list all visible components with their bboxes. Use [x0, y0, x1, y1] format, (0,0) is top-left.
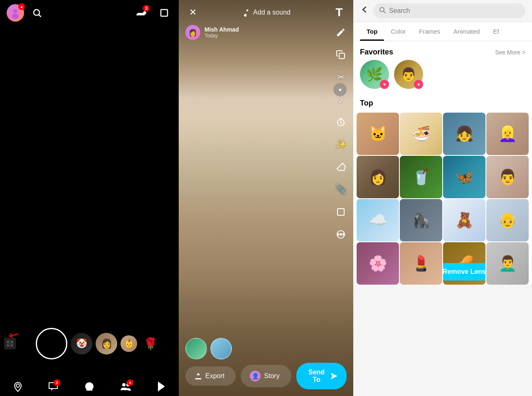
text-tool-button[interactable]: T	[332, 5, 347, 20]
send-to-label: Send To	[305, 369, 328, 384]
nav-spotlight[interactable]	[156, 381, 166, 392]
effect-woman2[interactable]: 👩	[357, 156, 399, 198]
capture-button[interactable]	[36, 328, 67, 359]
filter-thumbnail-woman[interactable]: 👩	[96, 333, 117, 354]
search-icon	[379, 7, 386, 15]
edit-icon[interactable]	[333, 25, 348, 40]
svg-rect-5	[161, 10, 167, 16]
clock-share-icon[interactable]	[333, 227, 348, 242]
svg-line-24	[384, 11, 385, 13]
svg-line-3	[39, 15, 41, 17]
effects-search-bar	[353, 0, 532, 22]
effect-man2[interactable]: 👴	[486, 199, 529, 241]
tab-animated[interactable]: Animated	[447, 22, 486, 41]
right-toolbar: ✂ ♪ ✨ 📎	[333, 25, 348, 242]
effect-butterflies[interactable]: 🦋	[443, 156, 485, 198]
tab-top[interactable]: Top	[360, 22, 384, 41]
effect-girl-cat[interactable]: 👧	[443, 113, 485, 155]
nav-chat[interactable]: 3	[48, 381, 59, 392]
send-to-button[interactable]: Send To	[296, 363, 347, 389]
story-button[interactable]: 👤 Story	[241, 365, 291, 387]
nav-location[interactable]	[12, 381, 23, 392]
svg-rect-9	[12, 341, 12, 342]
effect-man1[interactable]: 👨	[486, 156, 529, 198]
erase-icon[interactable]	[333, 160, 348, 175]
svg-point-11	[16, 384, 20, 387]
effects-grid: 🐱 🍜 👧 👱‍♀️ 👩 🥤 🦋 👨 ☁️ 🦍 🧸 👴 🌸 💄 🥜 Remove…	[353, 113, 532, 285]
effect-woman1[interactable]: 👱‍♀️	[486, 113, 529, 155]
remove-lens-button[interactable]: Remove Lens	[443, 263, 485, 280]
filter-thumbnail-clown[interactable]: 🤡	[71, 333, 92, 354]
avatar-badge: ●	[18, 3, 25, 10]
effect-nuts[interactable]: 🥜 Remove Lens	[443, 242, 485, 285]
timer-icon[interactable]	[333, 115, 348, 130]
nav-snap[interactable]	[83, 380, 96, 393]
svg-rect-7	[7, 341, 8, 342]
mid-bottom: Export 👤 Story Send To	[179, 356, 353, 396]
paperclip-icon[interactable]: 📎	[333, 182, 348, 197]
tab-frames[interactable]: Frames	[412, 22, 447, 41]
search-input[interactable]	[389, 7, 520, 15]
svg-point-20	[343, 234, 345, 235]
filter-thumbnail-baby[interactable]: 👶	[121, 335, 137, 352]
effect-woman3[interactable]: 💄	[400, 242, 442, 285]
story-label: Story	[264, 372, 279, 380]
svg-point-12	[122, 383, 126, 386]
fav-heart-2: ♥	[414, 80, 423, 89]
left-search-button[interactable]	[29, 5, 45, 21]
tab-color[interactable]: Color	[384, 22, 412, 41]
story-icon: 👤	[250, 371, 261, 381]
effect-gorilla[interactable]: 🦍	[400, 199, 442, 241]
effect-sky[interactable]: ☁️	[357, 199, 399, 241]
effects-tabs: Top Color Frames Animated Ef	[353, 22, 532, 41]
close-button[interactable]: ✕	[185, 5, 200, 20]
user-name: Mish Ahmad	[204, 26, 239, 33]
crop-icon[interactable]	[333, 204, 348, 219]
photo-overlay	[179, 0, 353, 396]
music-note-icon[interactable]: ♪	[333, 92, 348, 107]
svg-point-0	[13, 9, 17, 13]
effect-noodles[interactable]: 🍜	[400, 113, 442, 155]
duplicate-icon[interactable]	[333, 47, 348, 62]
fav-landscape[interactable]: 🌿 ♥	[360, 60, 389, 89]
effect-man3[interactable]: 👨‍🦱	[486, 242, 529, 285]
effect-chips[interactable]: 🥤	[400, 156, 442, 198]
crop-button[interactable]	[156, 5, 172, 21]
effects-main: Favorites See More > 🌿 ♥ 👨 ♥ Top 🐱	[353, 41, 532, 285]
svg-rect-10	[12, 345, 12, 346]
effect-flowers[interactable]: 🌸	[357, 242, 399, 285]
middle-panel: 👩 Mish Ahmad Today ✂ ♪	[179, 0, 353, 396]
export-button[interactable]: Export	[185, 366, 236, 386]
add-sound-button[interactable]: Add a sound	[241, 8, 291, 17]
chat-badge: 3	[54, 379, 60, 386]
svg-rect-15	[339, 53, 345, 59]
favorites-row: 🌿 ♥ 👨 ♥	[353, 60, 532, 96]
svg-point-21	[340, 234, 342, 235]
left-panel: ● 3 + ↙	[0, 0, 179, 396]
top-section-title: Top	[353, 96, 532, 113]
svg-point-19	[337, 234, 339, 235]
add-friend-badge: 3	[143, 5, 150, 12]
nav-friends[interactable]: ●	[120, 381, 132, 392]
svg-marker-14	[158, 382, 164, 391]
svg-rect-8	[7, 345, 8, 346]
magic-wand-icon[interactable]: ✨	[333, 137, 348, 152]
favorites-title: Favorites	[360, 48, 393, 57]
scissors-icon[interactable]: ✂	[333, 70, 348, 85]
svg-rect-17	[337, 209, 344, 215]
mid-header: ✕ Add a sound T	[179, 0, 353, 25]
sticker-rose[interactable]: 🌹	[140, 334, 160, 354]
back-button[interactable]	[360, 5, 369, 17]
effect-cat[interactable]: 🐱	[357, 113, 399, 155]
top-bar-right: 3 +	[134, 5, 172, 21]
film-card	[4, 338, 16, 349]
see-more-button[interactable]: See More >	[495, 49, 525, 56]
effect-bear[interactable]: 🧸	[443, 199, 485, 241]
tab-effects[interactable]: Ef	[486, 22, 505, 41]
user-info-text: Mish Ahmad Today	[204, 26, 239, 39]
search-container	[373, 3, 525, 18]
avatar-wrap[interactable]: ●	[7, 4, 24, 22]
top-bar: ● 3 +	[0, 0, 179, 26]
fav-person[interactable]: 👨 ♥	[394, 60, 423, 89]
add-friend-button[interactable]: 3 +	[134, 5, 150, 21]
